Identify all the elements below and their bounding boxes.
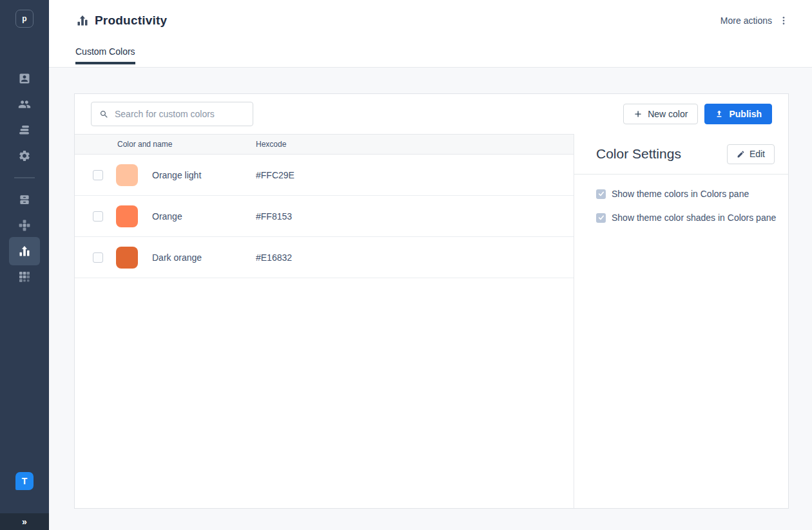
custom-colors-table: Color and name Hexcode Orange light #FFC… xyxy=(75,134,574,508)
workspace-logo[interactable]: T xyxy=(15,472,34,490)
option-label: Show theme colors in Colors pane xyxy=(612,189,749,199)
table-header: Color and name Hexcode xyxy=(75,134,574,155)
custom-colors-card: New color Publish Color and name Hexcode xyxy=(74,93,789,509)
search-icon xyxy=(99,109,109,119)
search-input[interactable] xyxy=(115,109,245,119)
color-hexcode: #FFC29E xyxy=(256,170,295,180)
search-box[interactable] xyxy=(91,102,253,126)
row-checkbox[interactable] xyxy=(93,170,103,180)
double-chevron-right-icon: » xyxy=(22,516,27,527)
people-icon xyxy=(18,98,31,111)
sidebar-item-people[interactable] xyxy=(9,91,40,117)
sidebar-nav xyxy=(0,66,49,290)
main-content: New color Publish Color and name Hexcode xyxy=(49,68,812,530)
plus-grid-icon xyxy=(19,220,30,231)
plus-icon xyxy=(633,109,643,118)
check-icon xyxy=(598,214,604,221)
column-color-and-name: Color and name xyxy=(75,140,256,149)
row-checkbox[interactable] xyxy=(93,252,103,263)
option-show-theme-colors: Show theme colors in Colors pane xyxy=(596,189,777,199)
check-icon xyxy=(598,191,604,197)
sidebar-item-drawer[interactable] xyxy=(9,187,40,213)
apps-grid-icon xyxy=(19,271,30,283)
column-hexcode: Hexcode xyxy=(256,140,286,149)
sidebar-divider xyxy=(14,177,35,178)
table-row: Orange #FF8153 xyxy=(75,196,574,237)
color-hexcode: #E16832 xyxy=(256,252,292,263)
analytics-up-icon xyxy=(18,245,31,258)
productivity-icon xyxy=(76,14,89,27)
layers-icon xyxy=(18,124,31,137)
gear-icon xyxy=(18,149,31,162)
sidebar-item-addons[interactable] xyxy=(9,213,40,238)
tab-custom-colors[interactable]: Custom Colors xyxy=(75,41,135,64)
sidebar-item-settings[interactable] xyxy=(9,143,40,169)
color-swatch xyxy=(116,164,138,186)
contact-card-icon xyxy=(18,72,31,85)
page-header: Productivity More actions Custom Colors xyxy=(49,0,812,68)
edit-button[interactable]: Edit xyxy=(727,144,775,164)
more-actions-button[interactable]: More actions xyxy=(720,15,772,26)
color-name: Orange xyxy=(152,211,256,222)
app-logo[interactable]: p xyxy=(15,10,34,28)
option-show-theme-color-shades: Show theme color shades in Colors pane xyxy=(596,213,777,223)
sidebar-collapse-toggle[interactable]: » xyxy=(0,513,49,530)
toolbar: New color Publish xyxy=(75,94,788,134)
upload-icon xyxy=(715,109,724,118)
row-checkbox[interactable] xyxy=(93,211,103,222)
color-hexcode: #FF8153 xyxy=(256,211,292,222)
page-title: Productivity xyxy=(95,14,167,28)
pencil-icon xyxy=(737,150,745,158)
checked-checkbox[interactable] xyxy=(596,189,606,199)
color-settings-panel: Color Settings Edit xyxy=(574,134,788,508)
table-row: Orange light #FFC29E xyxy=(75,155,574,196)
sidebar-item-apps[interactable] xyxy=(9,264,40,290)
tab-bar: Custom Colors xyxy=(49,41,812,67)
option-label: Show theme color shades in Colors pane xyxy=(612,213,776,223)
color-settings-title: Color Settings xyxy=(596,146,681,162)
sidebar-item-contacts[interactable] xyxy=(9,66,40,91)
archive-icon xyxy=(18,193,31,206)
color-swatch xyxy=(116,247,138,269)
color-swatch xyxy=(116,205,138,227)
checked-checkbox[interactable] xyxy=(596,213,606,223)
color-name: Orange light xyxy=(152,170,256,180)
kebab-menu-icon[interactable] xyxy=(778,15,789,26)
sidebar-item-productivity[interactable] xyxy=(9,237,40,265)
sidebar-item-stack[interactable] xyxy=(9,117,40,143)
publish-button[interactable]: Publish xyxy=(704,104,772,124)
new-color-button[interactable]: New color xyxy=(623,104,698,124)
color-name: Dark orange xyxy=(152,252,256,263)
table-row: Dark orange #E16832 xyxy=(75,237,574,278)
sidebar: p xyxy=(0,0,49,530)
